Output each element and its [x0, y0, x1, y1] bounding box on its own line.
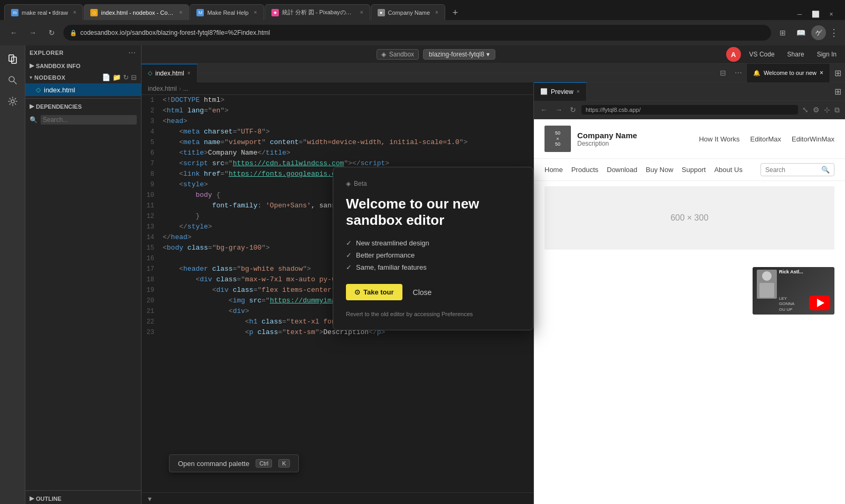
nav-editormax[interactable]: EditorMax: [750, 135, 782, 143]
tab-close-1[interactable]: ×: [73, 9, 77, 15]
nav-download[interactable]: Download: [607, 164, 637, 176]
nodebox-toggle[interactable]: ▾ NODEBOX: [30, 74, 65, 81]
nav-products[interactable]: Products: [571, 164, 598, 176]
nav-editorwinmax[interactable]: EditorWinMax: [792, 135, 834, 143]
video-name-text: Rick Astl...: [779, 269, 832, 275]
collapse-icon[interactable]: ⊟: [131, 73, 137, 81]
preview-toolbar-right: ⤡ ⚙ ⊹ ⧉: [801, 104, 841, 116]
tab-close-4[interactable]: ×: [360, 9, 363, 15]
window-minimize[interactable]: ─: [792, 8, 807, 20]
preview-tabs-header: ⬜ Preview × ⊞: [534, 82, 845, 101]
preview-tab-active[interactable]: ⬜ Preview ×: [534, 82, 587, 101]
preview-open-new-icon[interactable]: ⊹: [823, 104, 831, 115]
nav-buy-now[interactable]: Buy Now: [646, 164, 673, 176]
add-preview-button[interactable]: ⊞: [830, 84, 845, 99]
website-hero: 600 × 300: [534, 186, 845, 258]
sidebar-item-index-html[interactable]: ◇ index.html: [25, 83, 141, 96]
window-restore[interactable]: ⬜: [808, 8, 823, 20]
new-tab-button[interactable]: +: [448, 5, 463, 20]
sidebar-section-sandbox-info[interactable]: ▶ SANDBOX INFO: [25, 60, 141, 71]
browser-tab-3[interactable]: M Make Real Help ×: [190, 4, 264, 20]
browser-menu-button[interactable]: ⋮: [829, 27, 839, 39]
hero-size-text: 600 × 300: [671, 213, 709, 223]
dependencies-search-input[interactable]: [41, 115, 137, 125]
preview-back-button[interactable]: ←: [538, 104, 550, 115]
back-button[interactable]: ←: [6, 25, 21, 40]
welcome-feature-1: ✓ New streamlined design: [346, 239, 520, 247]
reload-button[interactable]: ↻: [44, 25, 59, 40]
video-thumbnail[interactable]: Rick Astl... LEYGONNAOU UP: [753, 267, 834, 315]
share-button[interactable]: Share: [783, 49, 809, 60]
user-profile-button[interactable]: ゲ: [811, 25, 826, 40]
sidebar-divider-1: [25, 98, 141, 99]
vscode-button[interactable]: VS Code: [745, 49, 779, 60]
preview-refresh-button[interactable]: ↻: [568, 104, 578, 115]
browser-tab-5[interactable]: ● Company Name ×: [371, 4, 445, 20]
outline-title[interactable]: ▶ OUTLINE: [25, 493, 141, 504]
nodebox-header: ▾ NODEBOX 📄 📁 ↻ ⊟: [25, 71, 141, 83]
extensions-icon[interactable]: ⊞: [775, 25, 790, 40]
nav-search-input[interactable]: [765, 166, 818, 174]
preview-url-bar[interactable]: https://fytql8.csb.app/: [581, 105, 798, 115]
preview-expand-icon[interactable]: ⤡: [801, 104, 810, 115]
split-editor-icon[interactable]: ⊟: [716, 69, 730, 77]
editor-tab-index-html[interactable]: ◇ index.html ×: [142, 64, 198, 82]
new-file-icon[interactable]: 📄: [102, 73, 110, 81]
activity-search[interactable]: [3, 71, 22, 90]
add-panel-button[interactable]: ⊞: [830, 65, 845, 80]
dependencies-section-title[interactable]: ▶ DEPENDENCIES: [25, 101, 141, 112]
youtube-play-button[interactable]: [809, 296, 830, 310]
preview-tab-close[interactable]: ×: [577, 89, 580, 94]
beta-icon: ◈: [346, 180, 351, 187]
editor-tabs-bar: ◇ index.html × ⊟ ⋯ 🔔 Welcome to our new …: [142, 64, 845, 82]
nav-search-icon[interactable]: 🔍: [821, 166, 830, 174]
code-line-5: 5 <meta name="viewport" content="width=d…: [142, 137, 533, 148]
chevron-right-icon-3: ▶: [30, 495, 34, 502]
sandbox-info-label: SANDBOX INFO: [36, 63, 80, 69]
nav-home[interactable]: Home: [544, 164, 563, 176]
tab-label-1: make real • tldraw: [22, 9, 68, 16]
take-tour-button[interactable]: ⊙ Take tour: [346, 284, 402, 300]
browser-tab-4[interactable]: ★ 統計 分析 図 - Pixabayの無料ベ... ×: [265, 4, 370, 20]
outline-label: OUTLINE: [36, 496, 61, 502]
tabs-spacer: [198, 73, 716, 73]
nav-support[interactable]: Support: [682, 164, 706, 176]
preview-settings-icon[interactable]: ⚙: [812, 104, 821, 115]
more-tabs-icon[interactable]: ⋯: [730, 69, 746, 77]
sidebar-explorer-header: EXPLORER ⋯: [25, 45, 141, 60]
signin-button[interactable]: Sign In: [813, 49, 841, 60]
refresh-icon[interactable]: ↻: [123, 73, 129, 81]
preview-forward-button[interactable]: →: [553, 104, 565, 115]
address-bar[interactable]: 🔒 codesandbox.io/p/sandbox/blazing-fores…: [63, 25, 771, 41]
tab-label-3: Make Real Help: [207, 9, 248, 16]
site-logo: 50×50: [544, 126, 571, 152]
sidebar-more-button[interactable]: ⋯: [127, 47, 137, 58]
explorer-title: EXPLORER: [30, 50, 64, 56]
preview-copy-icon[interactable]: ⧉: [833, 104, 841, 116]
website-main-nav: Home Products Download Buy Now Support A…: [534, 159, 845, 181]
editor-tab-close[interactable]: ×: [187, 70, 191, 76]
activity-files[interactable]: [3, 50, 22, 69]
tab-close-5[interactable]: ×: [435, 9, 438, 15]
tab-close-3[interactable]: ×: [254, 9, 257, 15]
expand-bottom-button[interactable]: ▾: [142, 492, 533, 504]
new-folder-icon[interactable]: 📁: [112, 73, 121, 81]
reader-mode-icon[interactable]: 📖: [793, 25, 808, 40]
check-icon-3: ✓: [346, 263, 352, 271]
welcome-close-button[interactable]: Close: [409, 286, 436, 299]
sandbox-name-button[interactable]: blazing-forest-fytql8 ▾: [423, 49, 495, 60]
feature-label-3: Same, familiar features: [356, 263, 427, 271]
window-close[interactable]: ×: [824, 8, 839, 20]
nav-about-us[interactable]: About Us: [714, 164, 742, 176]
dependencies-label: DEPENDENCIES: [36, 103, 82, 110]
forward-button[interactable]: →: [25, 25, 40, 40]
welcome-tab-close[interactable]: ×: [820, 69, 823, 77]
welcome-tab[interactable]: 🔔 Welcome to our new ×: [746, 64, 830, 82]
tab-label-5: Company Name: [388, 9, 430, 16]
activity-settings[interactable]: [3, 92, 22, 111]
browser-tab-2[interactable]: ◇ index.html - nodebox - CodeSa... ×: [83, 4, 189, 20]
nav-how-it-works[interactable]: How It Works: [699, 135, 739, 143]
tab-close-2[interactable]: ×: [180, 9, 183, 15]
tab-favicon-2: ◇: [90, 9, 98, 16]
browser-tab-1[interactable]: m make real • tldraw ×: [4, 4, 83, 20]
